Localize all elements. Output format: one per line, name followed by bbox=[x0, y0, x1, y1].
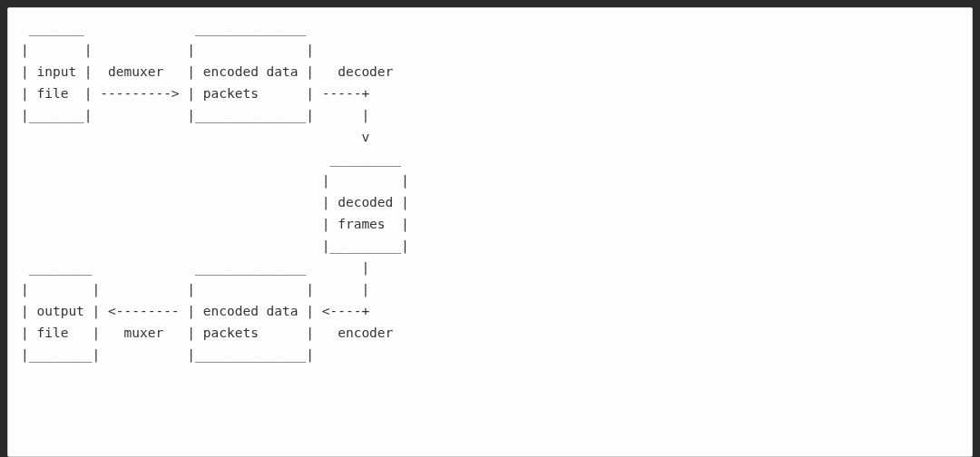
ascii-diagram: _______ ______________ | | | | | input |… bbox=[21, 17, 959, 365]
document-window: _______ ______________ | | | | | input |… bbox=[7, 7, 973, 457]
